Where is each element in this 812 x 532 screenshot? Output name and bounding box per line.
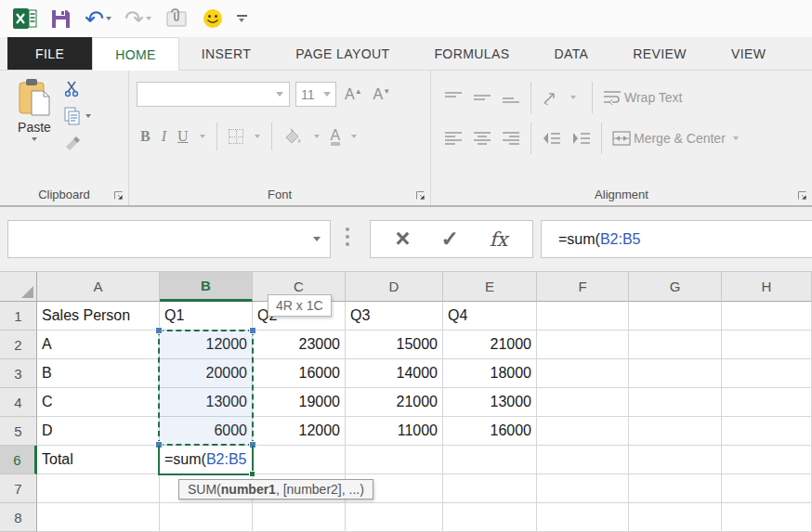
redo-dropdown[interactable] bbox=[146, 17, 151, 20]
cell-H2[interactable] bbox=[722, 331, 812, 359]
cell-H1[interactable] bbox=[722, 302, 812, 331]
confirm-entry-button[interactable]: ✓ bbox=[440, 227, 458, 252]
column-header-E[interactable]: E bbox=[443, 272, 537, 302]
cell-D6[interactable] bbox=[346, 446, 443, 474]
row-header-4[interactable]: 4 bbox=[0, 388, 37, 417]
tab-insert[interactable]: INSERT bbox=[179, 37, 274, 70]
cell-G7[interactable] bbox=[629, 474, 722, 503]
tab-data[interactable]: DATA bbox=[531, 37, 610, 70]
cell-D3[interactable]: 14000 bbox=[346, 359, 443, 388]
cell-C2[interactable]: 23000 bbox=[253, 331, 346, 359]
insert-function-button[interactable]: fx bbox=[490, 228, 508, 251]
row-header-2[interactable]: 2 bbox=[0, 331, 37, 359]
cell-F7[interactable] bbox=[537, 474, 629, 503]
tab-page-layout[interactable]: PAGE LAYOUT bbox=[273, 37, 412, 70]
fill-color-dropdown[interactable] bbox=[314, 135, 320, 138]
paste-dropdown[interactable] bbox=[32, 137, 37, 141]
cell-E7[interactable] bbox=[443, 474, 537, 503]
column-header-A[interactable]: A bbox=[37, 272, 160, 302]
cell-F1[interactable] bbox=[537, 302, 629, 331]
merge-center-button[interactable]: Merge & Center bbox=[612, 131, 739, 146]
column-header-G[interactable]: G bbox=[629, 272, 722, 302]
customize-toolbar-button[interactable] bbox=[237, 15, 247, 22]
cell-H4[interactable] bbox=[722, 388, 812, 417]
cut-button[interactable] bbox=[63, 78, 91, 98]
cell-A5[interactable]: D bbox=[37, 417, 160, 446]
orientation-dropdown[interactable] bbox=[570, 96, 576, 99]
cell-E4[interactable]: 13000 bbox=[443, 388, 537, 417]
paste-button[interactable]: Paste bbox=[9, 78, 59, 141]
align-top-button[interactable] bbox=[444, 91, 463, 105]
cell-H6[interactable] bbox=[722, 446, 812, 474]
cell-E8[interactable] bbox=[443, 503, 537, 532]
font-color-dropdown[interactable] bbox=[351, 135, 357, 138]
undo-button[interactable]: ↶ bbox=[85, 8, 111, 29]
font-size-select[interactable]: 11 bbox=[295, 82, 336, 107]
cell-F3[interactable] bbox=[537, 359, 629, 388]
smiley-button[interactable] bbox=[202, 7, 224, 30]
column-header-D[interactable]: D bbox=[346, 272, 443, 302]
tab-file[interactable]: FILE bbox=[7, 37, 92, 70]
cell-C8[interactable] bbox=[253, 503, 346, 532]
name-box-dropdown[interactable] bbox=[313, 237, 321, 241]
cell-B8[interactable] bbox=[160, 503, 253, 532]
font-color-button[interactable]: A bbox=[331, 128, 341, 146]
cell-F5[interactable] bbox=[537, 417, 629, 446]
copy-dropdown[interactable] bbox=[85, 114, 91, 118]
tab-home[interactable]: HOME bbox=[92, 37, 179, 71]
cell-A7[interactable] bbox=[37, 474, 160, 503]
name-box[interactable] bbox=[7, 220, 331, 258]
row-header-1[interactable]: 1 bbox=[0, 302, 37, 331]
cell-F2[interactable] bbox=[537, 331, 629, 359]
row-header-6[interactable]: 6 bbox=[0, 446, 37, 474]
font-dialog-launcher[interactable] bbox=[415, 190, 426, 201]
copy-button[interactable] bbox=[63, 106, 91, 126]
borders-dropdown[interactable] bbox=[255, 135, 260, 138]
cell-C6[interactable] bbox=[253, 446, 346, 474]
cell-A2[interactable]: A bbox=[37, 331, 160, 359]
redo-button[interactable]: ↷ bbox=[124, 8, 151, 29]
align-bottom-button[interactable] bbox=[502, 91, 520, 105]
cell-B4[interactable]: 13000 bbox=[160, 388, 253, 417]
cell-G4[interactable] bbox=[629, 388, 722, 417]
cell-A8[interactable] bbox=[37, 503, 160, 532]
cell-H7[interactable] bbox=[722, 474, 812, 503]
tab-formulas[interactable]: FORMULAS bbox=[412, 37, 531, 70]
merge-center-dropdown[interactable] bbox=[733, 136, 739, 140]
cell-H5[interactable] bbox=[722, 417, 812, 446]
formula-input[interactable]: =sum(B2:B5 bbox=[541, 220, 812, 258]
decrease-indent-button[interactable] bbox=[542, 132, 561, 146]
cell-H3[interactable] bbox=[722, 359, 812, 388]
cell-C4[interactable]: 19000 bbox=[253, 388, 346, 417]
cell-E2[interactable]: 21000 bbox=[443, 331, 537, 359]
cell-C3[interactable]: 16000 bbox=[253, 359, 346, 388]
align-right-button[interactable] bbox=[502, 132, 520, 146]
wrap-text-button[interactable]: Wrap Text bbox=[603, 90, 683, 105]
cell-E5[interactable]: 16000 bbox=[443, 417, 537, 446]
cell-G1[interactable] bbox=[629, 302, 722, 331]
select-all-button[interactable] bbox=[0, 272, 37, 302]
attachment-button[interactable] bbox=[164, 8, 189, 29]
fill-color-button[interactable] bbox=[283, 128, 303, 145]
cell-F8[interactable] bbox=[537, 503, 629, 532]
font-name-select[interactable] bbox=[137, 82, 290, 107]
cell-B1[interactable]: Q1 bbox=[160, 302, 253, 331]
underline-dropdown[interactable] bbox=[200, 135, 205, 138]
column-header-H[interactable]: H bbox=[722, 272, 812, 302]
cell-G2[interactable] bbox=[629, 331, 722, 359]
cell-B2[interactable]: 12000 bbox=[160, 331, 253, 359]
italic-button[interactable]: I bbox=[162, 128, 166, 145]
clipboard-dialog-launcher[interactable] bbox=[113, 190, 124, 201]
cell-D2[interactable]: 15000 bbox=[346, 331, 443, 359]
undo-dropdown[interactable] bbox=[106, 17, 111, 20]
decrease-font-button[interactable]: A▼ bbox=[371, 86, 394, 103]
cell-C5[interactable]: 12000 bbox=[253, 417, 346, 446]
align-center-button[interactable] bbox=[473, 132, 491, 146]
cell-D4[interactable]: 21000 bbox=[346, 388, 443, 417]
cell-G3[interactable] bbox=[629, 359, 722, 388]
cell-G6[interactable] bbox=[629, 446, 722, 474]
cell-A6[interactable]: Total bbox=[37, 446, 160, 474]
cell-D8[interactable] bbox=[346, 503, 443, 532]
row-header-7[interactable]: 7 bbox=[0, 474, 37, 503]
cell-E3[interactable]: 18000 bbox=[443, 359, 537, 388]
